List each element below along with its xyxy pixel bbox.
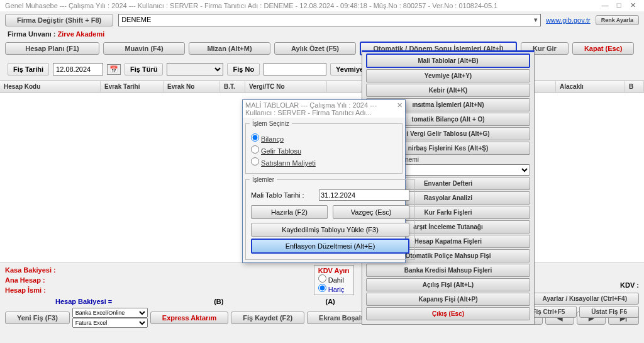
mali-tablo-tarihi-label: Mali Tablo Tarihi : <box>251 191 314 199</box>
calendar-icon[interactable]: 📅 <box>107 64 121 75</box>
window-titlebar: Genel Muhasebe --- Çalışma Yılı : 2024 -… <box>0 0 644 11</box>
ayarlar-kisayollar-button[interactable]: Ayarlar / Kısayollar (Ctrl+F4) <box>531 293 639 305</box>
vazgec-button[interactable]: Vazgeç (Esc) <box>333 205 409 219</box>
banka-excel-select[interactable]: Banka Excel/Online <box>72 308 148 318</box>
menu-cikis[interactable]: Çıkış (Esc) <box>366 307 530 320</box>
dialog-titlebar: MALİ TABLOLAR --- Çalışma Yılı : 2024 --… <box>243 100 405 118</box>
kdv-ayir-title: KDV Ayırı <box>318 267 350 274</box>
col-b[interactable]: B <box>625 81 644 92</box>
radio-bilanco[interactable]: Bilanço <box>251 133 397 143</box>
yeni-fis-button[interactable]: Yeni Fiş (F3) <box>5 312 70 324</box>
menu-acilis-fisi[interactable]: Açılış Fişi (Alt+L) <box>366 278 530 291</box>
islem-seciniz-legend: İşlem Seçiniz <box>250 120 292 127</box>
islem-seciniz-group: İşlem Seçiniz Bilanço Gelir Tablosu Satı… <box>245 120 402 174</box>
ana-hesap-label: Ana Hesap : <box>5 275 56 285</box>
muavin-button[interactable]: Muavin (F4) <box>103 42 185 55</box>
islemler-legend: İşlemler <box>250 176 277 183</box>
gib-link[interactable]: www.gib.gov.tr <box>546 16 591 24</box>
main-button-row: Hesap Planı (F1) Muavin (F4) Mizan (Alt+… <box>0 39 644 58</box>
dialog-title: MALİ TABLOLAR --- Çalışma Yılı : 2024 --… <box>245 101 397 116</box>
kdv-label: KDV : <box>620 281 639 289</box>
minimize-icon[interactable]: — <box>599 1 611 10</box>
renk-ayarla-button[interactable]: Renk Ayarla <box>596 15 639 25</box>
col-hesap-kodu[interactable]: Hesap Kodu <box>0 81 101 92</box>
aylik-ozet-button[interactable]: Aylık Özet (F5) <box>274 42 356 55</box>
fis-kaydet-button[interactable]: Fiş Kaydet (F2) <box>231 312 304 324</box>
enflasyon-duzeltmesi-button[interactable]: Enflasyon Düzeltmesi (Alt+E) <box>251 239 409 254</box>
close-icon[interactable]: ✕ <box>626 1 639 10</box>
menu-kapanis-fisi[interactable]: Kapanış Fişi (Alt+P) <box>366 293 530 306</box>
mali-tablolar-dialog: MALİ TABLOLAR --- Çalışma Yılı : 2024 --… <box>242 99 406 263</box>
menu-banka-kredisi[interactable]: Banka Kredisi Mahsup Fişleri <box>366 264 530 277</box>
mizan-button[interactable]: Mizan (Alt+M) <box>189 42 270 55</box>
fatura-excel-select[interactable]: Fatura Excel <box>72 318 148 328</box>
fis-no-input[interactable] <box>264 63 326 76</box>
kaydedilmis-yukle-button[interactable]: Kaydedilmiş Tabloyu Yükle (F3) <box>251 223 409 237</box>
dialog-close-icon[interactable]: ✕ <box>397 101 402 116</box>
fis-turu-label: Fiş Türü <box>125 63 163 76</box>
col-alacakli[interactable]: Alacaklı <box>556 81 625 92</box>
ustat-fis-button[interactable]: Üstat Fiş F6 <box>579 306 639 318</box>
menu-yevmiye[interactable]: Yevmiye (Alt+Y) <box>366 69 530 82</box>
firma-unvani-value: Zirve Akademi <box>57 30 104 38</box>
fis-tarihi-label: Fiş Tarihi <box>8 63 49 76</box>
fis-input-row: Fiş Tarihi 📅 Fiş Türü Fiş No Yevmiye No <box>0 58 644 81</box>
menu-mali-tablolar[interactable]: Mali Tablolar (Alt+B) <box>366 53 530 68</box>
fis-turu-select[interactable] <box>167 63 223 76</box>
title-text: Genel Muhasebe --- Çalışma Yılı : 2024 -… <box>5 2 497 9</box>
hesap-plani-button[interactable]: Hesap Planı (F1) <box>5 42 99 55</box>
col-vergi-tc[interactable]: Vergi/TC No <box>245 81 327 92</box>
kapat-button[interactable]: Kapat (Esc) <box>572 42 635 55</box>
kdv-haric-radio[interactable]: Hariç <box>318 286 345 293</box>
maximize-icon[interactable]: □ <box>613 1 625 10</box>
kasa-bakiyesi-label: Kasa Bakiyesi : <box>5 265 56 275</box>
top-toolbar: Firma Değiştir (Shift + F8) DENEME www.g… <box>0 11 644 29</box>
firma-combo-value: DENEME <box>121 16 151 23</box>
col-bt[interactable]: B.T. <box>220 81 245 92</box>
col-evrak-tarihi[interactable]: Evrak Tarihi <box>101 81 164 92</box>
menu-kebir[interactable]: Kebir (Alt+K) <box>366 84 530 97</box>
firma-unvani-row: Firma Unvanı : Zirve Akademi <box>0 29 644 39</box>
hazirla-button[interactable]: Hazırla (F2) <box>251 205 328 219</box>
hesap-ismi-label: Hesap İsmi : <box>5 285 56 295</box>
mali-tablo-tarihi-input[interactable] <box>319 189 409 201</box>
islemler-group: İşlemler Mali Tablo Tarihi : Hazırla (F2… <box>245 176 415 260</box>
express-aktarim-button[interactable]: Express Aktarım <box>150 312 228 324</box>
hesap-bakiyesi-label: Hesap Bakiyesi = <box>55 298 112 305</box>
kdv-ayir-box: KDV Ayırı Dahil Hariç <box>314 265 354 295</box>
firma-combo[interactable]: DENEME <box>118 14 541 26</box>
fis-tarihi-input[interactable] <box>53 63 103 76</box>
radio-satislarin-maliyeti[interactable]: Satışların Maliyeti <box>251 157 397 167</box>
col-evrak-no[interactable]: Evrak No <box>164 81 220 92</box>
bakiye-a: (A) <box>325 298 335 305</box>
firma-degistir-button[interactable]: Firma Değiştir (Shift + F8) <box>5 14 113 26</box>
kasa-labels: Kasa Bakiyesi : Ana Hesap : Hesap İsmi : <box>5 265 56 295</box>
bakiye-b: (B) <box>214 298 223 305</box>
grid-header: Hesap Kodu Evrak Tarihi Evrak No B.T. Ve… <box>0 81 644 93</box>
kdv-dahil-radio[interactable]: Dahil <box>318 276 344 284</box>
fis-no-label: Fiş No <box>227 63 260 76</box>
firma-unvani-label: Firma Unvanı : <box>8 30 55 38</box>
radio-gelir-tablosu[interactable]: Gelir Tablosu <box>251 145 397 155</box>
